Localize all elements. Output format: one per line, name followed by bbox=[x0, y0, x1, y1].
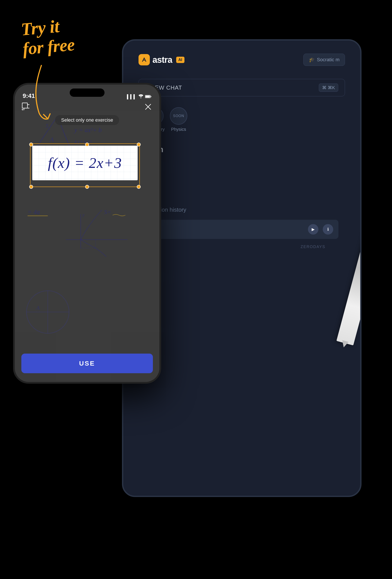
svg-text:= 4a: = 4a bbox=[28, 208, 40, 215]
k-key: ⌘K bbox=[328, 85, 335, 90]
svg-text:S=: S= bbox=[104, 209, 111, 215]
conv-history-label: versation history bbox=[145, 207, 338, 213]
use-button[interactable]: USE bbox=[21, 354, 153, 373]
phone-screen-content: A 5 y = ax²+ b x₁+x₂= = 4a S= y bbox=[15, 85, 159, 382]
selection-handle-tl[interactable] bbox=[29, 143, 33, 146]
socratic-button[interactable]: 🎓 Socratic m bbox=[303, 54, 345, 66]
selection-handle-tr[interactable] bbox=[137, 143, 141, 146]
astra-logo-text: astra bbox=[152, 55, 172, 65]
physics-pill[interactable]: SOON Physics bbox=[170, 107, 187, 132]
physics-soon-icon: SOON bbox=[170, 107, 187, 125]
svg-text:x₁+x₂=: x₁+x₂= bbox=[74, 138, 92, 145]
svg-text:y = ax²+ b: y = ax²+ b bbox=[74, 127, 102, 134]
subject-section: ⚗ Chemistry SOON Physics bbox=[132, 107, 351, 132]
status-icons: ▍▍▍ bbox=[127, 94, 152, 99]
wifi-icon bbox=[138, 94, 143, 99]
socratic-icon: 🎓 bbox=[309, 57, 315, 63]
conversation-section: versation history ic ▶ ℹ ZERODAYS bbox=[132, 202, 351, 256]
new-chat-bar[interactable]: + NEW CHAT ⌘ ⌘K bbox=[138, 79, 345, 96]
selection-handle-tc[interactable] bbox=[85, 143, 89, 146]
selection-handle-br[interactable] bbox=[137, 185, 141, 189]
selection-handle-bc[interactable] bbox=[85, 185, 89, 189]
conversation-item[interactable]: ic ▶ ℹ bbox=[145, 220, 338, 239]
svg-text:A: A bbox=[36, 305, 40, 311]
selection-handle-bl[interactable] bbox=[29, 185, 33, 189]
subject-pills: ⚗ Chemistry SOON Physics bbox=[145, 107, 338, 132]
astra-logo: astra AI bbox=[138, 54, 184, 65]
zerodays-tag: ZERODAYS bbox=[145, 242, 338, 251]
equation-box[interactable]: f(x) = 2x+3 bbox=[32, 145, 138, 180]
conv-item-text: ic bbox=[150, 226, 304, 232]
physics-label: Physics bbox=[171, 127, 186, 132]
tablet-header: astra AI 🎓 Socratic m bbox=[132, 49, 351, 70]
astra-ai-badge: AI bbox=[176, 57, 184, 63]
decorative-arrow bbox=[28, 61, 76, 123]
signal-icon: ▍▍▍ bbox=[127, 94, 137, 99]
svg-text:y: y bbox=[82, 212, 85, 217]
play-button[interactable]: ▶ bbox=[308, 224, 318, 235]
math-background-svg: A 5 y = ax²+ b x₁+x₂= = 4a S= y bbox=[15, 85, 159, 382]
cmd-icon: ⌘ bbox=[322, 85, 327, 90]
try-it-text: Try it for free bbox=[20, 15, 75, 58]
astra-logo-icon bbox=[138, 54, 150, 65]
phone-device: A 5 y = ax²+ b x₁+x₂= = 4a S= y bbox=[13, 83, 161, 384]
svg-rect-22 bbox=[145, 95, 150, 97]
svg-text:5: 5 bbox=[46, 123, 49, 129]
math-section-label: Math bbox=[132, 141, 351, 158]
info-button[interactable]: ℹ bbox=[323, 224, 333, 235]
svg-text:A: A bbox=[50, 136, 54, 143]
socratic-label: Socratic m bbox=[317, 57, 339, 63]
battery-icon bbox=[145, 94, 152, 99]
use-button-label: USE bbox=[79, 360, 95, 367]
keyboard-shortcut: ⌘ ⌘K bbox=[319, 83, 338, 92]
svg-rect-21 bbox=[151, 96, 151, 97]
svg-rect-23 bbox=[22, 103, 27, 108]
equation-text: f(x) = 2x+3 bbox=[48, 154, 122, 172]
close-button[interactable] bbox=[143, 102, 153, 112]
